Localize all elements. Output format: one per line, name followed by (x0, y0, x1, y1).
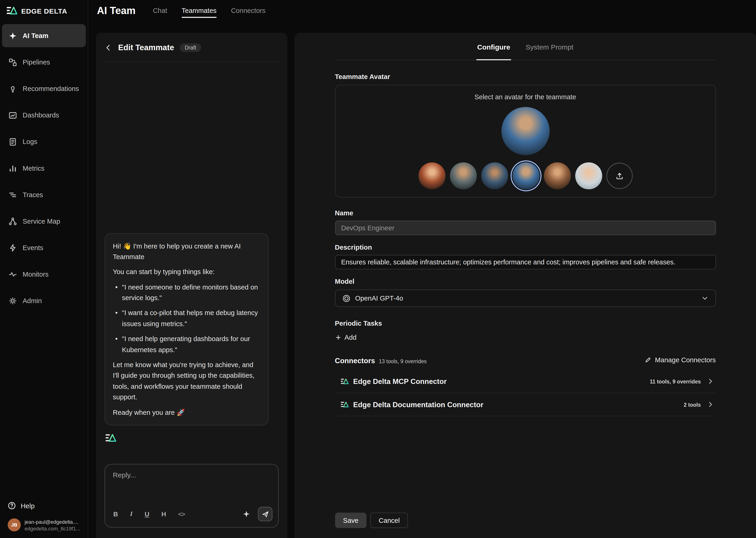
selected-avatar-preview[interactable] (501, 107, 549, 155)
manage-connectors-button[interactable]: Manage Connectors (645, 356, 716, 364)
avatar-options (418, 162, 632, 189)
sidebar-item-pipelines[interactable]: Pipelines (2, 51, 86, 74)
description-field[interactable] (335, 255, 716, 269)
page-title: AI Team (97, 5, 136, 16)
avatar-option-2[interactable] (450, 162, 477, 189)
user-avatar: JB (8, 518, 21, 531)
upload-icon (615, 172, 624, 180)
bar-chart-icon (9, 164, 17, 172)
sidebar-item-label: Events (23, 244, 43, 251)
avatar-upload-button[interactable] (606, 163, 632, 189)
draft-badge: Draft (180, 43, 201, 52)
user-account[interactable]: JB jean-paul@edgedelta.... edgedelta.com… (8, 518, 83, 531)
italic-button[interactable]: I (130, 510, 133, 518)
avatar-option-3[interactable] (481, 162, 508, 189)
cancel-button[interactable]: Cancel (370, 513, 408, 528)
model-value: OpenAI GPT-4o (355, 294, 403, 302)
sidebar-item-label: Logs (23, 138, 37, 145)
sidebar-item-events[interactable]: Events (2, 236, 86, 259)
reply-input[interactable] (105, 464, 278, 507)
edge-delta-mark-icon (341, 378, 348, 385)
sidebar-item-label: Traces (23, 191, 43, 198)
name-field[interactable] (335, 221, 716, 235)
sidebar-item-label: AI Team (23, 32, 48, 39)
connectors-header: Connectors 13 tools, 9 overrides Manage … (335, 356, 716, 365)
app-window: EDGE DELTA AI Team Pipelines Recommendat… (0, 0, 756, 538)
bold-button[interactable]: B (113, 511, 118, 517)
pencil-icon (645, 356, 652, 363)
user-org: edgedelta.com_8c19f1... (25, 525, 80, 531)
tab-system-prompt[interactable]: System Prompt (525, 33, 574, 60)
sidebar-item-monitors[interactable]: Monitors (2, 263, 86, 286)
traces-icon (9, 190, 17, 199)
save-button[interactable]: Save (335, 513, 367, 528)
user-info: jean-paul@edgedelta.... edgedelta.com_8c… (25, 519, 80, 531)
sidebar-item-recommendations[interactable]: Recommendations (2, 77, 86, 100)
brand-logo[interactable]: EDGE DELTA (0, 0, 88, 20)
bullet-icon: • (115, 282, 118, 303)
message-outro: Let me know what you're trying to achiev… (113, 359, 260, 403)
connectors-summary: 13 tools, 9 overrides (379, 358, 427, 364)
topbar-tabs: Chat Teammates Connectors (153, 4, 266, 18)
heading-button[interactable]: H (161, 511, 166, 517)
configure-panel: Configure System Prompt Teammate Avatar … (294, 33, 756, 538)
sidebar-item-logs[interactable]: Logs (2, 130, 86, 153)
sparkles-icon (9, 31, 17, 40)
add-periodic-task-button[interactable]: Add (335, 334, 356, 341)
pulse-icon (9, 270, 17, 278)
openai-icon (342, 294, 350, 302)
model-select[interactable]: OpenAI GPT-4o (335, 290, 716, 307)
edit-teammate-title: Edit Teammate (118, 43, 174, 52)
message-prompt: You can start by typing things like: (113, 266, 260, 277)
avatar-option-4[interactable] (512, 162, 539, 189)
bullet-text: "I want a co-pilot that helps me debug l… (122, 308, 260, 329)
tab-chat[interactable]: Chat (153, 4, 167, 18)
help-label: Help (21, 502, 34, 510)
bullet-icon: • (115, 334, 118, 355)
back-button[interactable] (105, 43, 112, 51)
code-button[interactable]: <> (178, 511, 185, 517)
sidebar-footer: Help JB jean-paul@edgedelta.... edgedelt… (0, 502, 88, 538)
connector-name: Edge Delta MCP Connector (353, 377, 447, 386)
list-item: • "I need someone to define monitors bas… (115, 282, 260, 303)
chevron-right-icon (707, 401, 714, 408)
message-intro: Hi! 👋 I'm here to help you create a new … (113, 241, 260, 262)
tab-connectors[interactable]: Connectors (231, 4, 266, 18)
connector-row-documentation[interactable]: Edge Delta Documentation Connector 2 too… (335, 393, 716, 416)
sidebar-item-service-map[interactable]: Service Map (2, 210, 86, 233)
avatar-section-label: Teammate Avatar (335, 73, 716, 81)
description-label: Description (335, 243, 716, 251)
periodic-tasks-label: Periodic Tasks (335, 319, 716, 327)
gear-icon (9, 296, 17, 305)
avatar-option-5[interactable] (544, 162, 571, 189)
lightbulb-icon (9, 84, 17, 93)
chevron-down-icon (701, 294, 708, 302)
connectors-label: Connectors (335, 356, 375, 365)
sidebar-item-label: Dashboards (23, 111, 59, 119)
underline-button[interactable]: U (145, 511, 149, 517)
message-bullet-list: • "I need someone to define monitors bas… (113, 282, 260, 355)
main-area: AI Team Chat Teammates Connectors Edit T… (88, 0, 756, 538)
ai-sparkle-button[interactable] (242, 510, 250, 518)
edge-delta-mark-icon (341, 401, 348, 408)
content-area: Edit Teammate Draft Hi! 👋 I'm here to he… (88, 21, 756, 538)
sidebar-item-ai-team[interactable]: AI Team (2, 24, 86, 47)
tab-teammates[interactable]: Teammates (182, 4, 217, 18)
tab-configure[interactable]: Configure (476, 33, 511, 60)
sidebar-item-metrics[interactable]: Metrics (2, 157, 86, 180)
avatar-option-6[interactable] (575, 162, 602, 189)
send-button[interactable] (258, 507, 273, 521)
message-ready: Ready when you are 🚀 (113, 407, 260, 418)
help-button[interactable]: Help (8, 502, 83, 510)
reply-composer: B I U H <> (105, 464, 279, 527)
sidebar-item-admin[interactable]: Admin (2, 289, 86, 312)
connector-row-mcp[interactable]: Edge Delta MCP Connector 11 tools, 9 ove… (335, 370, 716, 393)
sidebar-item-label: Recommendations (23, 85, 79, 92)
topbar: AI Team Chat Teammates Connectors (88, 0, 756, 21)
sidebar-item-traces[interactable]: Traces (2, 183, 86, 206)
sidebar-item-dashboards[interactable]: Dashboards (2, 104, 86, 127)
avatar-option-1[interactable] (418, 162, 445, 189)
sidebar-item-label: Pipelines (23, 58, 50, 66)
user-email: jean-paul@edgedelta.... (25, 519, 80, 524)
pipelines-icon (9, 58, 17, 66)
